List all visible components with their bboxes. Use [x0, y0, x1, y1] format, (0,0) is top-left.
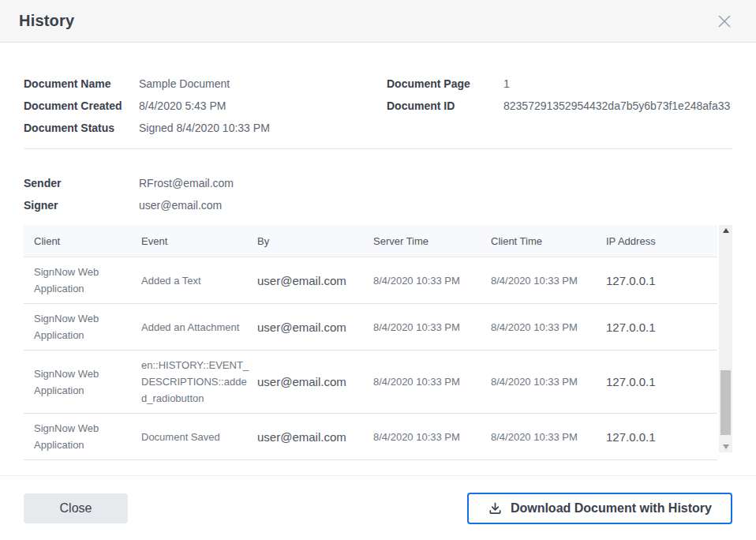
cell-event: Document Saved [141, 429, 257, 445]
document-info-right: Document Page 1 Document ID 823572913529… [387, 73, 732, 139]
column-header-by: By [257, 235, 373, 247]
table-row: SignNow Web Application Added an Attachm… [24, 304, 717, 351]
cell-server-time: 8/4/2020 10:33 PM [373, 272, 491, 289]
download-icon [488, 501, 503, 516]
document-id-row: Document ID 82357291352954432da7b5y6b73f… [387, 95, 732, 117]
document-status-label: Document Status [24, 122, 139, 134]
document-name-value: Sample Document [139, 77, 230, 90]
cell-client-time: 8/4/2020 10:33 PM [491, 429, 606, 445]
sender-row: Sender RFrost@email.com [24, 172, 732, 194]
document-status-value: Signed 8/4/2020 10:33 PM [139, 122, 270, 134]
cell-client-time: 8/4/2020 10:33 PM [491, 373, 606, 390]
column-header-event: Event [141, 235, 257, 247]
cell-server-time: 8/4/2020 10:33 PM [373, 319, 491, 336]
table-row: SignNow Web Application en::HISTORY::EVE… [24, 351, 717, 414]
document-id-label: Document ID [387, 99, 503, 112]
document-created-label: Document Created [24, 99, 139, 112]
modal-header: History [0, 0, 756, 43]
document-page-label: Document Page [387, 77, 503, 90]
cell-by: user@email.com [257, 274, 373, 287]
history-modal: History Document Name Sample Document Do… [0, 0, 756, 540]
column-header-client: Client [24, 235, 141, 247]
history-table-wrap: Client Event By Server Time Client Time … [24, 225, 732, 460]
cell-client: SignNow Web Application [24, 420, 141, 453]
cell-by: user@email.com [257, 321, 373, 334]
column-header-ip-address: IP Address [606, 235, 717, 247]
scrollbar-up-button[interactable] [719, 225, 732, 236]
close-icon [717, 14, 732, 28]
table-row: SignNow Web Application Added a Text use… [24, 257, 717, 304]
signer-row: Signer user@email.com [24, 194, 732, 216]
document-page-row: Document Page 1 [387, 73, 732, 95]
history-table-body: SignNow Web Application Added a Text use… [24, 257, 717, 460]
cell-client: SignNow Web Application [24, 366, 141, 399]
table-scrollbar[interactable] [719, 225, 732, 452]
document-page-value: 1 [503, 77, 510, 90]
cell-by: user@email.com [257, 375, 373, 388]
document-name-label: Document Name [24, 77, 139, 90]
download-button-label: Download Document with History [511, 501, 712, 516]
document-name-row: Document Name Sample Document [24, 73, 387, 95]
column-header-server-time: Server Time [373, 235, 491, 247]
cell-server-time: 8/4/2020 10:33 PM [373, 429, 491, 445]
document-created-value: 8/4/2020 5:43 PM [139, 99, 226, 112]
scrollbar-thumb[interactable] [720, 370, 731, 435]
cell-event: en::HISTORY::EVENT_DESCRIPTIONS::added_r… [141, 357, 257, 407]
scroll-up-icon [723, 228, 729, 233]
cell-by: user@email.com [257, 430, 373, 444]
history-table-header: Client Event By Server Time Client Time … [24, 225, 717, 257]
scrollbar-down-button[interactable] [719, 441, 732, 452]
document-info-left: Document Name Sample Document Document C… [24, 73, 387, 139]
cell-ip-address: 127.0.0.1 [606, 274, 717, 287]
cell-client: SignNow Web Application [24, 264, 141, 297]
document-id-value: 82357291352954432da7b5y6b73f1e248afa33 [503, 99, 730, 112]
cell-client-time: 8/4/2020 10:33 PM [491, 319, 606, 336]
close-button[interactable] [713, 10, 735, 32]
parties-section: Sender RFrost@email.com Signer user@emai… [24, 172, 732, 216]
table-row: SignNow Web Application Document Saved u… [24, 414, 717, 460]
cell-event: Added a Text [141, 272, 257, 289]
signer-value: user@email.com [139, 199, 222, 212]
modal-footer: Close Download Document with History [0, 475, 756, 540]
cell-ip-address: 127.0.0.1 [606, 430, 717, 444]
modal-body: Document Name Sample Document Document C… [0, 43, 756, 475]
modal-title: History [19, 12, 74, 30]
cell-ip-address: 127.0.0.1 [606, 375, 717, 388]
document-status-row: Document Status Signed 8/4/2020 10:33 PM [24, 117, 387, 139]
cell-event: Added an Attachment [141, 319, 257, 336]
sender-value: RFrost@email.com [139, 177, 234, 189]
close-modal-button[interactable]: Close [24, 493, 128, 523]
download-document-with-history-button[interactable]: Download Document with History [467, 493, 732, 524]
cell-client-time: 8/4/2020 10:33 PM [491, 272, 606, 289]
scrollbar-track[interactable] [719, 236, 732, 441]
document-created-row: Document Created 8/4/2020 5:43 PM [24, 95, 387, 117]
section-divider [24, 148, 732, 149]
cell-server-time: 8/4/2020 10:33 PM [373, 373, 491, 390]
document-info-section: Document Name Sample Document Document C… [24, 73, 732, 139]
column-header-client-time: Client Time [491, 235, 606, 247]
cell-ip-address: 127.0.0.1 [606, 321, 717, 334]
cell-client: SignNow Web Application [24, 310, 141, 343]
sender-label: Sender [24, 177, 139, 189]
history-table: Client Event By Server Time Client Time … [24, 225, 717, 460]
scroll-down-icon [723, 444, 729, 449]
signer-label: Signer [24, 199, 139, 212]
